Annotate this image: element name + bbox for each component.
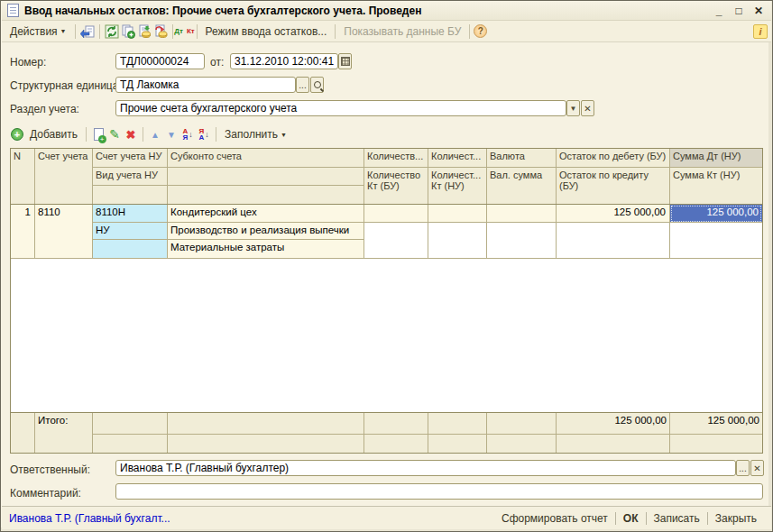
copy-row-button[interactable]: + — [90, 126, 106, 142]
total-empty — [670, 435, 762, 453]
number-label: Номер: — [10, 56, 46, 69]
cell-subconto-3[interactable]: Материальные затраты — [168, 240, 363, 258]
structural-unit-input[interactable] — [115, 77, 296, 93]
toolbar-separator — [469, 24, 470, 39]
cell-empty[interactable] — [364, 223, 428, 258]
balances-table: N Счет учета Счет учета НУ Вид учета НУ … — [10, 148, 763, 454]
col-header-account-nu[interactable]: Счет учета НУ — [93, 149, 167, 168]
add-row-button[interactable]: + Добавить — [6, 126, 82, 142]
delete-row-button[interactable]: ✖ — [123, 126, 139, 142]
calendar-button[interactable] — [338, 53, 352, 69]
sort-descending-button[interactable]: ЯА ↓ — [196, 126, 212, 142]
cell-empty[interactable] — [428, 223, 486, 258]
col-header-currency[interactable]: Валюта — [487, 149, 556, 168]
col-header-qty-kt-nu[interactable]: Количест... Кт (НУ) — [428, 168, 486, 204]
help-icon[interactable]: ? — [474, 24, 487, 38]
section-clear-button[interactable]: ✕ — [581, 100, 594, 116]
table-empty-area[interactable] — [11, 259, 762, 413]
minimize-button[interactable]: _ — [712, 4, 726, 18]
col-header-sum-dt-nu[interactable]: Сумма Дт (НУ) — [670, 149, 762, 168]
cell-empty[interactable] — [487, 223, 556, 258]
cell-currency[interactable] — [487, 205, 556, 223]
calendar-icon — [341, 57, 350, 66]
refresh-icon[interactable] — [104, 23, 120, 40]
close-form-button[interactable]: Закрыть — [708, 512, 764, 525]
section-label: Раздел учета: — [10, 103, 79, 115]
post-and-close-icon[interactable] — [79, 23, 96, 40]
col-header-debit-bu[interactable]: Остаток по дебету (БУ) — [557, 149, 669, 168]
cell-qty-dt-nu[interactable] — [428, 205, 486, 223]
col-header-kind-nu[interactable]: Вид учета НУ — [93, 168, 167, 186]
status-responsible-link[interactable]: Иванова Т.Р. (Главный бухгалт... — [9, 512, 170, 525]
total-empty — [428, 435, 486, 453]
unit-label: Структурная единица: — [10, 79, 122, 92]
col-header-empty — [93, 186, 167, 204]
total-empty — [364, 413, 428, 435]
responsible-input[interactable] — [115, 460, 736, 476]
enter-amounts-icon[interactable] — [136, 23, 152, 40]
total-empty — [487, 435, 556, 453]
col-header-empty — [168, 168, 363, 186]
add-icon: + — [11, 128, 23, 141]
move-up-button[interactable]: ▲ — [147, 126, 163, 142]
status-bar: Иванова Т.Р. (Главный бухгалт... Сформир… — [2, 506, 771, 529]
balance-entry-mode-button[interactable]: Режим ввода остатков... — [201, 23, 332, 40]
save-button[interactable]: Записать — [647, 512, 707, 525]
col-header-currency-amount[interactable]: Вал. сумма — [487, 168, 556, 204]
account-section-input[interactable] — [115, 100, 566, 116]
cell-kind-nu[interactable]: НУ — [93, 223, 167, 241]
col-header-qty-kt-bu[interactable]: Количество Кт (БУ) — [364, 168, 428, 204]
cell-account-nu[interactable]: 8110Н — [93, 205, 167, 223]
cell-empty[interactable] — [557, 223, 669, 258]
col-header-credit-bu[interactable]: Остаток по кредиту (БУ) — [557, 168, 669, 204]
cell-subconto-1[interactable]: Кондитерский цех — [168, 205, 363, 223]
cell-subconto-2[interactable]: Производство и реализация выпечки — [168, 223, 363, 241]
edit-row-button[interactable]: ✎ — [106, 126, 123, 142]
toolbar-separator — [172, 24, 173, 39]
total-debit-bu: 125 000,00 — [557, 413, 669, 435]
col-header-account[interactable]: Счет учета — [35, 149, 92, 204]
fill-menu-button[interactable]: Заполнить ▼ — [220, 126, 291, 142]
responsible-label: Ответственный: — [10, 463, 90, 476]
ok-button[interactable]: ОК — [616, 512, 646, 525]
section-dropdown-button[interactable]: ▼ — [566, 100, 580, 116]
col-header-sum-kt-nu[interactable]: Сумма Кт (НУ) — [670, 168, 762, 204]
cell-sum-dt-nu-selected[interactable]: 125 000,00 — [670, 205, 762, 223]
cell-qty-dt-bu[interactable] — [364, 205, 428, 223]
copy-document-icon[interactable] — [120, 23, 136, 40]
info-icon[interactable]: i — [753, 24, 768, 39]
toolbar-separator — [75, 24, 76, 39]
date-input[interactable] — [230, 53, 338, 69]
cell-debit-bu[interactable]: 125 000,00 — [557, 205, 669, 223]
total-empty — [557, 435, 669, 453]
cell-row-number[interactable]: 1 — [11, 205, 34, 223]
col-header-qty-dt-nu[interactable]: Количест... — [428, 149, 486, 168]
toolbar-separator — [143, 127, 143, 142]
maximize-button[interactable]: □ — [732, 4, 746, 18]
unit-select-button[interactable]: ... — [296, 77, 309, 93]
reverse-amounts-icon[interactable] — [152, 23, 169, 40]
cell-empty[interactable] — [93, 240, 167, 258]
total-empty — [364, 435, 428, 453]
move-down-button[interactable]: ▼ — [163, 126, 179, 142]
close-button[interactable]: ✕ — [751, 4, 766, 18]
cell-empty[interactable] — [670, 223, 762, 258]
total-empty — [168, 413, 363, 435]
col-header-subconto[interactable]: Субконто счета — [168, 149, 363, 168]
responsible-select-button[interactable]: ... — [736, 460, 750, 476]
col-header-n[interactable]: N — [11, 149, 34, 204]
number-input[interactable] — [115, 53, 205, 69]
sort-ascending-button[interactable]: АЯ ↓ — [179, 126, 196, 142]
dt-kt-posting-icon[interactable]: Дт Кт — [177, 23, 193, 40]
show-bu-data-button[interactable]: Показывать данные БУ — [339, 23, 465, 40]
generate-report-button[interactable]: Сформировать отчет — [494, 512, 615, 525]
responsible-clear-button[interactable]: ✕ — [750, 460, 764, 476]
table-row[interactable]: 1 8110 8110Н НУ Кондитерский цех Произво… — [11, 205, 762, 259]
cell-account[interactable]: 8110 — [35, 205, 92, 223]
comment-input[interactable] — [115, 483, 763, 500]
total-sum-dt-nu: 125 000,00 — [670, 413, 762, 435]
unit-search-button[interactable] — [310, 77, 324, 93]
actions-menu-button[interactable]: Действия ▼ — [5, 23, 71, 40]
magnifier-icon — [314, 81, 321, 88]
col-header-qty-dt-bu[interactable]: Количеств... — [364, 149, 428, 168]
